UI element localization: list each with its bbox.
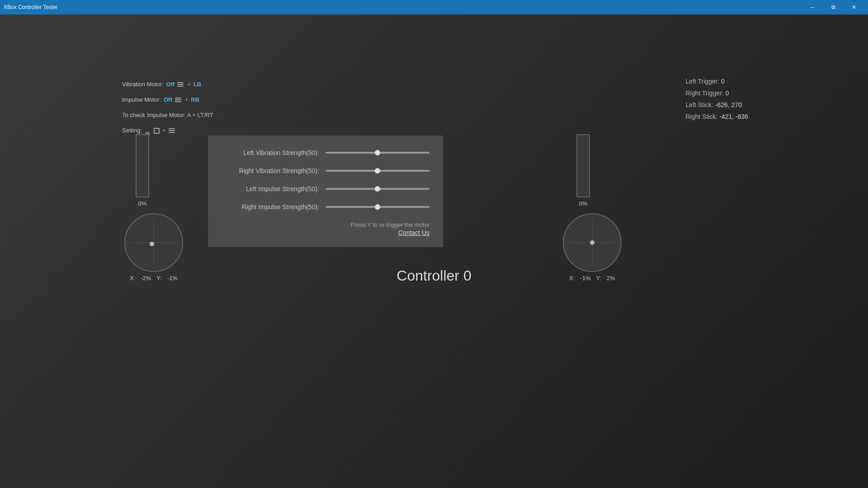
right-joystick-container: X: -1% Y: 2% [407, 213, 778, 488]
gear-icon[interactable]: ⚙ [145, 127, 151, 134]
app-title: XBox Controller Tester [4, 4, 58, 10]
lb-badge: LB [193, 78, 201, 91]
left-imp-label: Left Impulse Strength(50): [222, 185, 326, 192]
left-joystick-y-value: -1% [167, 275, 178, 282]
left-vib-slider[interactable] [326, 152, 429, 154]
vibration-label: Vibration Motor: [122, 78, 164, 91]
right-trigger-row: Right Trigger: 0 [685, 87, 748, 99]
right-joystick-coords: X: -1% Y: 2% [569, 275, 615, 282]
right-vib-slider[interactable] [326, 170, 429, 172]
right-joystick-y-label: Y: [596, 275, 602, 282]
plus-sign: + [187, 78, 191, 91]
right-imp-row: Right Impulse Strength(50): [222, 203, 429, 211]
plus-sign-3: + [162, 124, 166, 137]
right-imp-slider[interactable] [326, 206, 429, 208]
left-vib-thumb[interactable] [375, 150, 380, 155]
left-imp-slider[interactable] [326, 188, 429, 190]
right-vib-label: Right Vibration Strength(50): [222, 167, 326, 174]
right-stick-label: Right Stick: [685, 113, 717, 120]
left-vib-row: Left Vibration Strength(50): [222, 149, 429, 156]
right-imp-label: Right Impulse Strength(50): [222, 203, 326, 211]
left-imp-row: Left Impulse Strength(50): [222, 185, 429, 192]
menu-icon[interactable] [177, 82, 184, 87]
left-joystick-container: X: -2% Y: -1% [124, 213, 183, 488]
menu-icon-2[interactable] [175, 98, 182, 102]
controls-row: Vibration Motor: Off + LB Impulse Motor:… [122, 78, 213, 139]
impulse-motor-line: Impulse Motor: Off + RB [122, 93, 213, 107]
right-trigger-bar-container: 0% [420, 134, 746, 207]
press-y-text: Press Y to re-trigger the motor [222, 221, 429, 228]
plus-sign-2: + [185, 93, 189, 107]
close-button[interactable]: ✕ [844, 0, 864, 14]
impulse-state: Off [164, 93, 172, 107]
impulse-label: Impulse Motor: [122, 93, 161, 107]
main-area: Left Trigger: 0 Right Trigger: 0 Left St… [0, 14, 868, 488]
left-imp-thumb[interactable] [375, 186, 380, 192]
left-trigger-label: Left Trigger: [685, 78, 719, 85]
left-stick-value: -626, 270 [715, 101, 742, 108]
left-joystick-coords: X: -2% Y: -1% [130, 275, 178, 282]
menu-icon-3[interactable] [169, 128, 176, 133]
right-joystick-y-value: 2% [607, 275, 615, 282]
left-trigger-bar-container: 0% [136, 134, 149, 207]
right-stick-row: Right Stick: -421, -636 [685, 111, 748, 122]
right-vib-thumb[interactable] [375, 168, 380, 174]
right-joystick[interactable] [563, 213, 622, 272]
copy-icon[interactable] [154, 128, 160, 134]
status-panel: Left Trigger: 0 Right Trigger: 0 Left St… [685, 75, 748, 122]
impulse-hint: To check Impulse Motor: A + LT/RT [122, 108, 213, 122]
right-trigger-percent: 0% [579, 200, 588, 207]
right-stick-value: -421, -636 [719, 113, 748, 120]
left-trigger-value: 0 [721, 78, 725, 85]
contact-us-link[interactable]: Contact Us [222, 229, 429, 236]
left-joystick[interactable] [124, 213, 183, 272]
left-joystick-dot [150, 242, 154, 246]
left-trigger-bar [136, 134, 149, 197]
titlebar: XBox Controller Tester ─ ⧉ ✕ [0, 0, 868, 14]
left-vib-label: Left Vibration Strength(50): [222, 149, 326, 156]
right-joystick-dot [590, 240, 594, 245]
vibration-state: Off [166, 78, 175, 91]
right-joystick-x-value: -1% [580, 275, 590, 282]
vibration-motor-line: Vibration Motor: Off + LB [122, 78, 213, 91]
left-joystick-y-label: Y: [156, 275, 162, 282]
right-joystick-x-label: X: [569, 275, 575, 282]
left-trigger-row: Left Trigger: 0 [685, 75, 748, 87]
right-trigger-value: 0 [725, 89, 729, 97]
overlay-panel: Left Vibration Strength(50): Right Vibra… [208, 136, 443, 247]
left-stick-row: Left Stick: -626, 270 [685, 99, 748, 111]
minimize-button[interactable]: ─ [802, 0, 823, 14]
left-joystick-x-value: -2% [141, 275, 151, 282]
right-trigger-label: Right Trigger: [685, 89, 723, 97]
right-imp-thumb[interactable] [375, 204, 380, 210]
window-controls: ─ ⧉ ✕ [802, 0, 864, 14]
controller-label: Controller 0 [396, 267, 471, 284]
right-vib-row: Right Vibration Strength(50): [222, 167, 429, 174]
left-trigger-percent: 0% [138, 200, 147, 207]
left-joystick-x-label: X: [130, 275, 135, 282]
restore-button[interactable]: ⧉ [823, 0, 844, 14]
left-stick-label: Left Stick: [685, 101, 713, 108]
rb-badge: RB [191, 93, 199, 107]
right-trigger-bar [576, 134, 590, 197]
impulse-hint-line: To check Impulse Motor: A + LT/RT [122, 108, 213, 122]
